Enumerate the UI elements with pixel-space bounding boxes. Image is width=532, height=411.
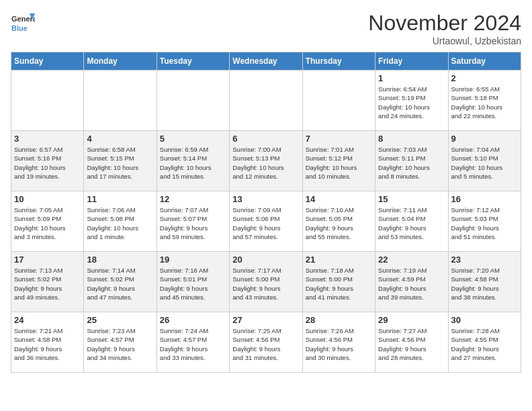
calendar-cell: 16Sunrise: 7:12 AM Sunset: 5:03 PM Dayli… [448,191,521,252]
day-number: 14 [306,194,372,204]
col-header-monday: Monday [84,52,157,71]
calendar-cell [302,71,375,131]
day-number: 4 [87,134,153,144]
calendar-cell: 18Sunrise: 7:14 AM Sunset: 5:02 PM Dayli… [84,252,157,312]
day-number: 20 [232,255,299,265]
calendar-week-row: 17Sunrise: 7:13 AM Sunset: 5:02 PM Dayli… [11,252,521,312]
day-number: 1 [378,73,445,83]
page-header: General Blue November 2024 Urtaowul, Uzb… [11,11,521,46]
location: Urtaowul, Uzbekistan [368,36,521,46]
day-info: Sunrise: 7:17 AM Sunset: 5:00 PM Dayligh… [232,266,299,302]
calendar-cell: 22Sunrise: 7:19 AM Sunset: 4:59 PM Dayli… [375,252,448,312]
day-info: Sunrise: 7:24 AM Sunset: 4:57 PM Dayligh… [160,326,226,362]
calendar-cell: 2Sunrise: 6:55 AM Sunset: 5:18 PM Daylig… [448,71,521,131]
col-header-tuesday: Tuesday [157,52,229,71]
calendar-cell: 30Sunrise: 7:28 AM Sunset: 4:55 PM Dayli… [448,312,521,373]
day-info: Sunrise: 7:19 AM Sunset: 4:59 PM Dayligh… [378,266,445,302]
day-number: 15 [378,194,445,204]
day-info: Sunrise: 7:23 AM Sunset: 4:57 PM Dayligh… [87,326,153,362]
calendar-cell: 3Sunrise: 6:57 AM Sunset: 5:16 PM Daylig… [11,131,84,191]
calendar-week-row: 10Sunrise: 7:05 AM Sunset: 5:09 PM Dayli… [11,191,521,252]
calendar-cell: 14Sunrise: 7:10 AM Sunset: 5:05 PM Dayli… [302,191,375,252]
day-number: 17 [14,255,81,265]
logo-svg: General Blue [11,11,35,35]
day-number: 9 [451,134,518,144]
calendar-cell [157,71,229,131]
calendar-cell: 25Sunrise: 7:23 AM Sunset: 4:57 PM Dayli… [84,312,157,373]
day-info: Sunrise: 7:27 AM Sunset: 4:56 PM Dayligh… [378,326,445,362]
day-info: Sunrise: 7:20 AM Sunset: 4:58 PM Dayligh… [451,266,518,302]
day-info: Sunrise: 7:25 AM Sunset: 4:56 PM Dayligh… [232,326,299,362]
day-info: Sunrise: 6:55 AM Sunset: 5:18 PM Dayligh… [451,85,518,120]
day-number: 3 [14,134,81,144]
month-title: November 2024 [368,11,521,36]
day-number: 2 [451,73,518,83]
title-block: November 2024 Urtaowul, Uzbekistan [368,11,521,46]
col-header-friday: Friday [375,52,448,71]
calendar-cell: 10Sunrise: 7:05 AM Sunset: 5:09 PM Dayli… [11,191,84,252]
day-number: 7 [306,134,372,144]
day-info: Sunrise: 6:58 AM Sunset: 5:15 PM Dayligh… [87,145,153,181]
calendar-cell [230,71,302,131]
calendar-cell: 27Sunrise: 7:25 AM Sunset: 4:56 PM Dayli… [230,312,302,373]
day-info: Sunrise: 7:12 AM Sunset: 5:03 PM Dayligh… [451,205,518,241]
calendar-cell: 23Sunrise: 7:20 AM Sunset: 4:58 PM Dayli… [448,252,521,312]
day-number: 25 [87,315,153,325]
calendar-cell: 9Sunrise: 7:04 AM Sunset: 5:10 PM Daylig… [448,131,521,191]
col-header-saturday: Saturday [448,52,521,71]
day-info: Sunrise: 7:28 AM Sunset: 4:55 PM Dayligh… [451,326,518,362]
day-number: 21 [306,255,372,265]
day-info: Sunrise: 7:11 AM Sunset: 5:04 PM Dayligh… [378,205,445,241]
logo: General Blue [11,11,35,35]
calendar-week-row: 3Sunrise: 6:57 AM Sunset: 5:16 PM Daylig… [11,131,521,191]
day-info: Sunrise: 6:59 AM Sunset: 5:14 PM Dayligh… [160,145,226,181]
svg-text:Blue: Blue [11,24,28,32]
calendar-cell: 11Sunrise: 7:06 AM Sunset: 5:08 PM Dayli… [84,191,157,252]
calendar-cell: 28Sunrise: 7:26 AM Sunset: 4:56 PM Dayli… [302,312,375,373]
day-info: Sunrise: 7:04 AM Sunset: 5:10 PM Dayligh… [451,145,518,181]
day-info: Sunrise: 7:21 AM Sunset: 4:58 PM Dayligh… [14,326,81,362]
day-number: 11 [87,194,153,204]
day-info: Sunrise: 7:13 AM Sunset: 5:02 PM Dayligh… [14,266,81,302]
day-number: 26 [160,315,226,325]
calendar-week-row: 24Sunrise: 7:21 AM Sunset: 4:58 PM Dayli… [11,312,521,373]
calendar-cell: 4Sunrise: 6:58 AM Sunset: 5:15 PM Daylig… [84,131,157,191]
day-info: Sunrise: 7:06 AM Sunset: 5:08 PM Dayligh… [87,205,153,241]
calendar-cell: 21Sunrise: 7:18 AM Sunset: 5:00 PM Dayli… [302,252,375,312]
day-info: Sunrise: 7:18 AM Sunset: 5:00 PM Dayligh… [306,266,372,302]
calendar-cell: 24Sunrise: 7:21 AM Sunset: 4:58 PM Dayli… [11,312,84,373]
day-number: 18 [87,255,153,265]
day-number: 16 [451,194,518,204]
day-number: 24 [14,315,81,325]
day-number: 6 [232,134,299,144]
day-info: Sunrise: 7:01 AM Sunset: 5:12 PM Dayligh… [306,145,372,181]
calendar-cell: 15Sunrise: 7:11 AM Sunset: 5:04 PM Dayli… [375,191,448,252]
day-number: 27 [232,315,299,325]
day-number: 10 [14,194,81,204]
calendar-week-row: 1Sunrise: 6:54 AM Sunset: 5:19 PM Daylig… [11,71,521,131]
day-info: Sunrise: 7:07 AM Sunset: 5:07 PM Dayligh… [160,205,226,241]
day-number: 29 [378,315,445,325]
calendar-cell: 26Sunrise: 7:24 AM Sunset: 4:57 PM Dayli… [157,312,229,373]
day-info: Sunrise: 7:09 AM Sunset: 5:06 PM Dayligh… [232,205,299,241]
day-number: 13 [232,194,299,204]
day-info: Sunrise: 6:57 AM Sunset: 5:16 PM Dayligh… [14,145,81,181]
calendar-cell [11,71,84,131]
calendar-table: SundayMondayTuesdayWednesdayThursdayFrid… [11,52,521,373]
col-header-wednesday: Wednesday [230,52,302,71]
calendar-cell [84,71,157,131]
calendar-cell: 12Sunrise: 7:07 AM Sunset: 5:07 PM Dayli… [157,191,229,252]
calendar-cell: 20Sunrise: 7:17 AM Sunset: 5:00 PM Dayli… [230,252,302,312]
col-header-thursday: Thursday [302,52,375,71]
day-number: 12 [160,194,226,204]
day-info: Sunrise: 7:05 AM Sunset: 5:09 PM Dayligh… [14,205,81,241]
calendar-cell: 1Sunrise: 6:54 AM Sunset: 5:19 PM Daylig… [375,71,448,131]
day-number: 5 [160,134,226,144]
day-info: Sunrise: 6:54 AM Sunset: 5:19 PM Dayligh… [378,85,445,120]
calendar-cell: 29Sunrise: 7:27 AM Sunset: 4:56 PM Dayli… [375,312,448,373]
day-number: 30 [451,315,518,325]
calendar-cell: 17Sunrise: 7:13 AM Sunset: 5:02 PM Dayli… [11,252,84,312]
day-number: 28 [306,315,372,325]
day-info: Sunrise: 7:26 AM Sunset: 4:56 PM Dayligh… [306,326,372,362]
day-number: 19 [160,255,226,265]
